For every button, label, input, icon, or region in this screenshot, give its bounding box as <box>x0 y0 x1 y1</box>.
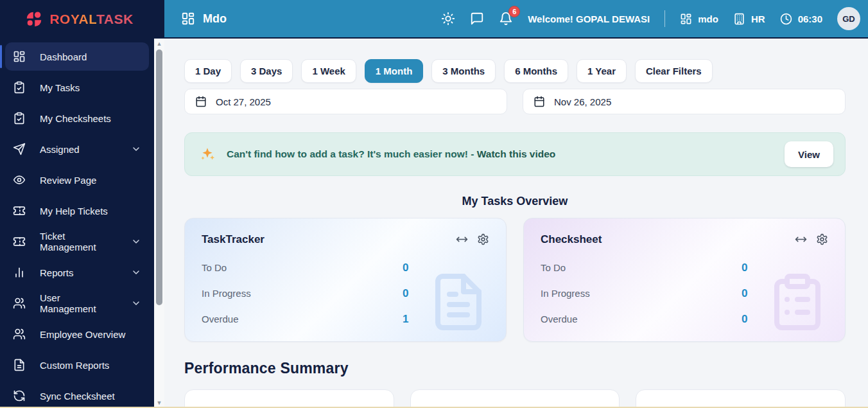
stat-row: Overdue 1 <box>202 306 409 332</box>
end-date-input[interactable]: Nov 26, 2025 <box>523 89 846 114</box>
sidebar-item-label: My Help Tickets <box>40 206 108 217</box>
document-watermark-icon <box>428 269 489 335</box>
gear-icon[interactable] <box>477 233 489 245</box>
clipboard-check-icon <box>13 112 26 125</box>
stat-row: In Progress 0 <box>541 281 748 306</box>
sidebar: ROYALTASK Dashboard My Tasks My Checkshe… <box>0 0 164 408</box>
tasktracker-card: TaskTracker To Do 0 In Progress 0 <box>184 218 507 342</box>
banner-message-text: Can't find how to add a task? It's much … <box>227 148 474 159</box>
welcome-text: Welcome! GOPAL DEWASI <box>528 13 650 24</box>
topbar-actions: 6 Welcome! GOPAL DEWASI mdo HR 06:30 GD <box>441 7 860 30</box>
royaltask-logo-icon <box>24 10 44 29</box>
brand-logo: ROYALTASK <box>0 0 164 39</box>
scrollbar-down-arrow-icon[interactable]: ▼ <box>157 399 162 407</box>
sidebar-item-label: Employee Overview <box>40 329 125 340</box>
notifications-button[interactable]: 6 <box>499 12 513 26</box>
page-title-group: Mdo <box>181 12 227 26</box>
sun-icon <box>441 12 455 26</box>
ticket-icon <box>13 235 26 248</box>
performance-cards-row <box>184 389 846 408</box>
gear-icon[interactable] <box>816 233 828 245</box>
sparkles-icon <box>199 146 216 163</box>
stat-row: To Do 0 <box>541 255 748 281</box>
sidebar-item-label: My Tasks <box>40 82 80 93</box>
filter-3-months-button[interactable]: 3 Months <box>431 59 496 83</box>
scrollbar-thumb[interactable] <box>156 49 162 305</box>
scrollbar-up-arrow-icon[interactable]: ▲ <box>157 40 162 48</box>
sidebar-item-label: Custom Reports <box>40 360 109 371</box>
sidebar-scrollbar[interactable]: ▲ ▼ <box>154 39 164 408</box>
sidebar-item-ticket-management[interactable]: Ticket Management <box>5 227 149 256</box>
sidebar-item-my-checksheets[interactable]: My Checksheets <box>5 104 149 132</box>
stat-value: 0 <box>742 287 747 300</box>
sidebar-item-review-page[interactable]: Review Page <box>5 166 149 194</box>
file-text-icon <box>13 359 26 371</box>
department-selector[interactable]: HR <box>733 13 765 25</box>
chevron-down-icon <box>131 267 141 278</box>
brand-name: ROYALTASK <box>49 12 133 27</box>
stat-label: Overdue <box>541 314 578 324</box>
sidebar-item-label: My Checksheets <box>40 113 111 124</box>
sidebar-item-dashboard[interactable]: Dashboard <box>5 42 149 71</box>
overview-cards: TaskTracker To Do 0 In Progress 0 <box>184 218 846 342</box>
sync-icon <box>13 389 26 402</box>
users-icon <box>13 328 26 341</box>
sidebar-item-my-tasks[interactable]: My Tasks <box>5 73 149 102</box>
date-range-row: Oct 27, 2025 Nov 26, 2025 <box>184 89 846 114</box>
user-avatar[interactable]: GD <box>837 7 860 30</box>
sidebar-item-user-management[interactable]: User Management <box>5 289 149 317</box>
filter-3-days-button[interactable]: 3 Days <box>240 59 293 83</box>
banner-message: Can't find how to add a task? It's much … <box>227 148 555 160</box>
filter-1-year-button[interactable]: 1 Year <box>577 59 627 83</box>
expand-horizontal-icon[interactable] <box>456 233 468 245</box>
performance-card <box>410 389 620 408</box>
stat-label: To Do <box>202 262 227 273</box>
dashboard-content: 1 Day 3 Days 1 Week 1 Month 3 Months 6 M… <box>164 39 868 408</box>
clear-filters-button[interactable]: Clear Filters <box>635 59 713 83</box>
start-date-value: Oct 27, 2025 <box>216 96 271 107</box>
watch-video-link[interactable]: Watch this video <box>477 148 556 159</box>
performance-card <box>636 389 846 408</box>
sidebar-item-assigned[interactable]: Assigned <box>5 135 149 163</box>
end-date-value: Nov 26, 2025 <box>554 96 611 107</box>
start-date-input[interactable]: Oct 27, 2025 <box>184 89 507 114</box>
department-name: HR <box>751 13 765 24</box>
expand-horizontal-icon[interactable] <box>795 233 807 245</box>
stat-value: 0 <box>742 262 747 274</box>
topbar: Mdo 6 Welcome! GOPAL DEWASI mdo HR <box>164 0 868 39</box>
stat-row: Overdue 0 <box>541 306 748 332</box>
performance-summary-title: Performance Summary <box>184 360 846 377</box>
filter-1-day-button[interactable]: 1 Day <box>184 59 232 83</box>
stat-label: In Progress <box>541 288 590 299</box>
card-title: Checksheet <box>541 233 602 246</box>
filter-1-week-button[interactable]: 1 Week <box>301 59 356 83</box>
sidebar-item-my-help-tickets[interactable]: My Help Tickets <box>5 197 149 225</box>
sidebar-item-custom-reports[interactable]: Custom Reports <box>5 351 149 379</box>
sidebar-item-employee-overview[interactable]: Employee Overview <box>5 320 149 348</box>
sidebar-item-reports[interactable]: Reports <box>5 258 149 287</box>
stat-value: 0 <box>403 262 408 274</box>
stat-label: In Progress <box>202 288 251 299</box>
sidebar-item-label: Review Page <box>40 175 96 186</box>
dashboard-grid-icon <box>680 13 692 25</box>
bar-chart-icon <box>13 266 26 279</box>
filter-1-month-button[interactable]: 1 Month <box>365 59 424 83</box>
clipboard-check-icon <box>13 81 26 94</box>
stat-row: To Do 0 <box>202 255 409 281</box>
page-title: Mdo <box>203 12 227 26</box>
sidebar-item-sync-checksheet[interactable]: Sync Checksheet <box>5 382 149 408</box>
card-title: TaskTracker <box>202 233 265 246</box>
overview-title: My Tasks Overview <box>184 195 846 208</box>
clock-display: 06:30 <box>780 13 822 25</box>
sidebar-item-label: Ticket Management <box>40 231 117 253</box>
filter-6-months-button[interactable]: 6 Months <box>504 59 568 83</box>
main-area: Mdo 6 Welcome! GOPAL DEWASI mdo HR <box>164 0 868 408</box>
brand-name-secondary: TASK <box>96 12 134 26</box>
theme-toggle-button[interactable] <box>441 12 455 26</box>
chat-button[interactable] <box>470 12 484 26</box>
workspace-name: mdo <box>698 13 718 24</box>
time-filter-bar: 1 Day 3 Days 1 Week 1 Month 3 Months 6 M… <box>184 59 846 83</box>
workspace-selector[interactable]: mdo <box>680 13 718 25</box>
view-button[interactable]: View <box>785 141 833 167</box>
sidebar-item-label: Sync Checksheet <box>40 391 115 402</box>
